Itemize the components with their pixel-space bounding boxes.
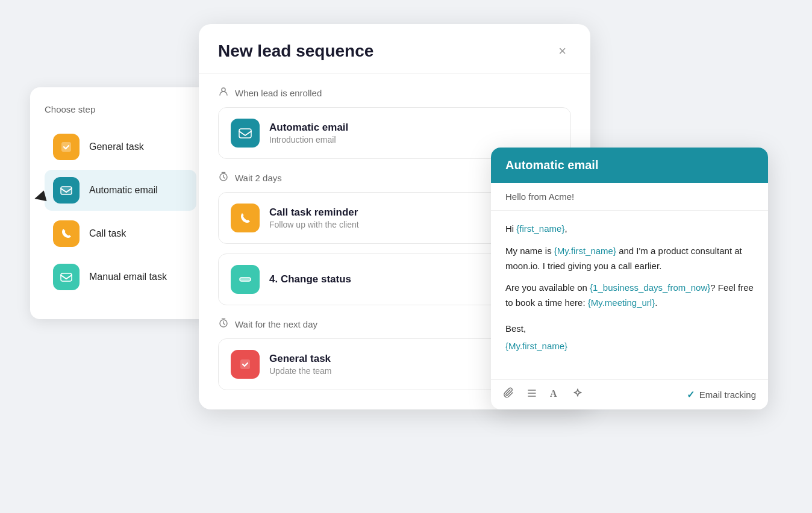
call-task-card-subtitle: Follow up with the client (269, 220, 359, 229)
svg-rect-7 (240, 278, 251, 281)
call-task-icon (53, 220, 80, 247)
email-intro-line: My name is {My.first_name} and I'm a pro… (505, 244, 754, 274)
sidebar-item-call-task-label: Call task (89, 228, 126, 239)
var-meeting-url: {My.meeting_url} (588, 297, 655, 308)
email-available-text: Are you available on (505, 282, 590, 293)
sidebar-item-call-task[interactable]: Call task (45, 213, 196, 254)
email-panel-title: Automatic email (505, 158, 754, 172)
person-icon (218, 86, 229, 100)
call-task-card-title: Call task reminder (269, 207, 359, 219)
automatic-email-card-title: Automatic email (269, 122, 348, 134)
text-format-icon[interactable]: A (549, 387, 561, 402)
automatic-email-icon (53, 177, 80, 204)
dialog-header: New lead sequence × (199, 24, 590, 74)
email-subject: Hello from Acme! (505, 191, 574, 202)
svg-rect-0 (61, 142, 71, 152)
general-task-card-subtitle: Update the team (269, 366, 332, 376)
email-panel-header: Automatic email (491, 148, 768, 183)
change-status-title: 4. Change status (269, 273, 351, 285)
automatic-email-card-content: Automatic email Introduction email (269, 122, 348, 145)
sidebar-item-general-task-label: General task (89, 141, 144, 152)
email-panel-footer: A ✓ Email tracking (491, 379, 768, 409)
automatic-email-card-icon (231, 119, 260, 148)
tracking-check-icon: ✓ (687, 389, 695, 400)
sidebar-item-manual-email[interactable]: Manual email task (45, 256, 196, 297)
call-task-card-content: Call task reminder Follow up with the cl… (269, 207, 359, 229)
general-task-card-icon (231, 350, 260, 379)
email-period: . (655, 297, 657, 308)
general-task-card-title: General task (269, 353, 332, 365)
timer-icon-2 (218, 317, 229, 331)
email-comma: , (564, 223, 567, 234)
email-my-name-is: My name is (505, 246, 554, 256)
email-hi: Hi (505, 223, 516, 234)
var-my-first-name: {My.first_name} (554, 246, 616, 256)
call-task-card-icon (231, 204, 260, 232)
sidebar-item-manual-email-label: Manual email task (89, 272, 167, 282)
var-business-days: {1_business_days_from_now} (590, 282, 710, 293)
change-status-icon (231, 265, 260, 294)
change-status-card-content: 4. Change status (269, 273, 351, 285)
svg-text:A: A (550, 388, 557, 399)
email-body[interactable]: Hi {first_name}, My name is {My.first_na… (491, 211, 768, 379)
section-enrolled-label: When lead is enrolled (218, 74, 571, 107)
var-first-name: {first_name} (516, 223, 564, 234)
svg-rect-1 (61, 187, 72, 194)
choose-step-panel: Choose step General task Automatic email… (30, 87, 211, 319)
email-available-line: Are you available on {1_business_days_fr… (505, 281, 754, 311)
email-tracking-area[interactable]: ✓ Email tracking (687, 389, 756, 400)
email-greeting-line: Hi {first_name}, (505, 222, 754, 237)
svg-rect-5 (239, 129, 251, 138)
timer-icon-1 (218, 171, 229, 185)
ai-sparkle-icon[interactable] (572, 387, 584, 402)
svg-rect-3 (61, 273, 72, 281)
choose-step-title: Choose step (45, 104, 196, 114)
email-subject-row: Hello from Acme! (491, 183, 768, 211)
general-task-icon (53, 134, 80, 160)
automatic-email-card-subtitle: Introduction email (269, 135, 348, 145)
manual-email-icon (53, 264, 80, 290)
close-button[interactable]: × (554, 41, 571, 61)
dialog-title: New lead sequence (218, 42, 373, 61)
attachment-icon[interactable] (503, 387, 515, 402)
var-closing-name: {My.first_name} (505, 341, 567, 351)
sidebar-item-automatic-email-label: Automatic email (89, 185, 158, 196)
general-task-card-content: General task Update the team (269, 353, 332, 376)
email-closing: Best, (505, 322, 754, 337)
sidebar-item-automatic-email[interactable]: Automatic email (45, 170, 196, 211)
list-icon[interactable] (526, 387, 538, 402)
email-panel: Automatic email Hello from Acme! Hi {fir… (491, 148, 768, 409)
svg-point-4 (222, 88, 225, 92)
sidebar-item-general-task[interactable]: General task (45, 126, 196, 167)
svg-rect-10 (240, 359, 250, 369)
email-tracking-label: Email tracking (699, 390, 756, 400)
